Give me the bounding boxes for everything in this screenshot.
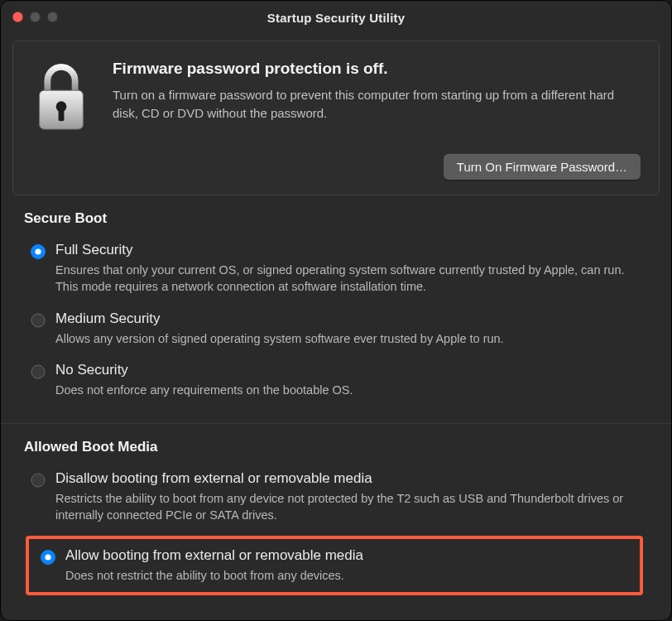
option-label: Allow booting from external or removable… (65, 547, 363, 564)
highlighted-option: Allow booting from external or removable… (26, 536, 643, 595)
radio-unselected-icon (31, 473, 46, 488)
secure-boot-option-none[interactable]: No Security Does not enforce any require… (24, 359, 648, 410)
turn-on-firmware-password-button[interactable]: Turn On Firmware Password… (444, 154, 641, 180)
option-description: Ensures that only your current OS, or si… (55, 262, 648, 296)
boot-media-option-disallow[interactable]: Disallow booting from external or remova… (24, 467, 648, 536)
option-label: Medium Security (55, 310, 504, 327)
svg-point-7 (31, 474, 45, 487)
option-description: Does not enforce any requirements on the… (55, 382, 353, 398)
svg-point-4 (35, 248, 41, 254)
option-label: Full Security (55, 242, 648, 258)
svg-point-6 (31, 365, 45, 378)
svg-point-9 (45, 554, 50, 560)
maximize-window-button[interactable] (47, 12, 58, 22)
window: Startup Security Utility (0, 0, 672, 621)
radio-unselected-icon (31, 364, 46, 379)
traffic-lights (12, 12, 58, 22)
firmware-password-text: Firmware password protection is off. Tur… (113, 60, 641, 123)
option-description: Restricts the ability to boot from any d… (55, 490, 648, 524)
radio-selected-icon (31, 244, 46, 259)
option-description: Allows any version of signed operating s… (55, 330, 504, 347)
boot-media-option-allow[interactable]: Allow booting from external or removable… (34, 544, 635, 590)
minimize-window-button[interactable] (30, 12, 41, 22)
option-label: Disallow booting from external or remova… (55, 470, 648, 487)
firmware-password-heading: Firmware password protection is off. (113, 60, 641, 78)
option-description: Does not restrict the ability to boot fr… (65, 567, 363, 584)
allowed-boot-media-section: Allowed Boot Media Disallow booting from… (1, 423, 671, 604)
lock-icon (31, 60, 91, 132)
secure-boot-title: Secure Boot (24, 210, 648, 227)
secure-boot-section: Secure Boot Full Security Ensures that o… (1, 195, 671, 418)
radio-selected-icon (41, 550, 55, 565)
close-window-button[interactable] (12, 12, 23, 22)
svg-point-5 (31, 314, 45, 327)
allowed-boot-media-title: Allowed Boot Media (24, 439, 648, 455)
radio-unselected-icon (31, 313, 46, 328)
firmware-password-panel: Firmware password protection is off. Tur… (12, 41, 660, 195)
option-label: No Security (55, 362, 353, 378)
titlebar: Startup Security Utility (1, 1, 671, 34)
firmware-password-description: Turn on a firmware password to prevent t… (113, 86, 641, 123)
window-title: Startup Security Utility (1, 11, 671, 25)
svg-rect-2 (59, 108, 65, 122)
secure-boot-option-medium[interactable]: Medium Security Allows any version of si… (24, 307, 648, 359)
secure-boot-option-full[interactable]: Full Security Ensures that only your cur… (24, 238, 648, 307)
